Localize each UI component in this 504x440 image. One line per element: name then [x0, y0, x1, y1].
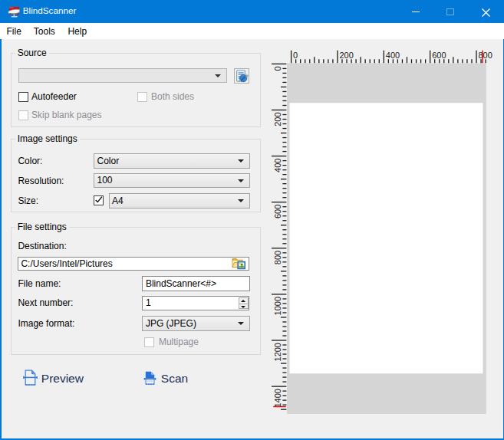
svg-text:1200: 1200 — [273, 343, 282, 361]
svg-text:800: 800 — [479, 51, 492, 60]
svg-text:400: 400 — [386, 51, 400, 60]
svg-text:600: 600 — [432, 51, 446, 60]
svg-text:600: 600 — [273, 205, 282, 218]
svg-text:0: 0 — [293, 51, 298, 60]
svg-text:0: 0 — [273, 66, 282, 71]
svg-text:200: 200 — [273, 113, 282, 126]
svg-text:200: 200 — [339, 51, 353, 60]
svg-text:1000: 1000 — [273, 297, 282, 315]
svg-text:400: 400 — [273, 159, 282, 172]
svg-text:800: 800 — [273, 251, 282, 264]
svg-text:1400: 1400 — [273, 389, 282, 407]
